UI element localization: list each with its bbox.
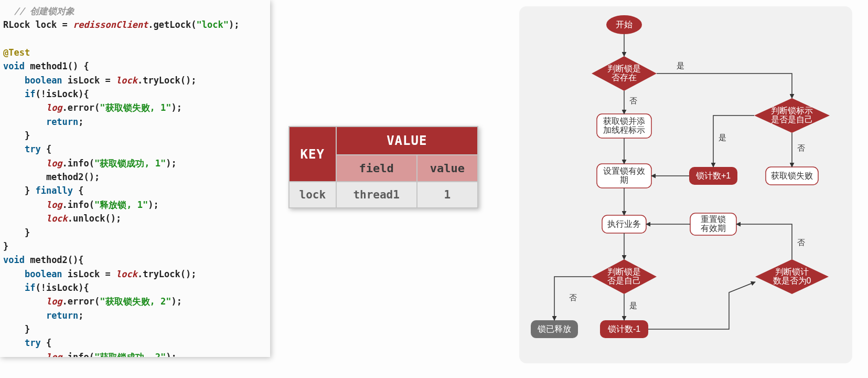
svg-text:是: 是 [677, 61, 684, 70]
svg-text:判断锁计数是否为0: 判断锁计数是否为0 [773, 267, 811, 285]
node-acquire: 获取锁并添加线程标示 [597, 114, 651, 138]
node-released: 锁已释放 [531, 320, 578, 338]
cell-key: lock [289, 182, 336, 208]
svg-text:开始: 开始 [616, 20, 633, 29]
node-incr: 锁计数+1 [689, 167, 737, 185]
cell-field: thread1 [336, 182, 417, 208]
svg-text:否: 否 [797, 238, 805, 247]
header-field: field [336, 155, 417, 182]
flowchart: 开始 判断锁是否存在 获取锁并添加线程标示 判断锁标示是否是自己 设置锁有效期 … [519, 6, 852, 363]
svg-text:否: 否 [797, 143, 805, 152]
node-biz: 执行业务 [602, 215, 646, 233]
svg-text:是: 是 [629, 301, 637, 310]
svg-text:获取锁失败: 获取锁失败 [771, 171, 813, 180]
svg-text:否: 否 [629, 96, 637, 105]
header-value: VALUE [336, 127, 478, 155]
svg-text:执行业务: 执行业务 [607, 219, 641, 228]
header-key: KEY [289, 127, 336, 182]
code-panel: // 创建锁对象 RLock lock = redissonClient.get… [0, 0, 270, 357]
node-lock-exist: 判断锁是否存在 [592, 56, 657, 91]
flowchart-svg: 开始 判断锁是否存在 获取锁并添加线程标示 判断锁标示是否是自己 设置锁有效期 … [519, 6, 852, 363]
node-reset: 重置锁有效期 [690, 213, 736, 235]
node-fail: 获取锁失败 [766, 167, 818, 185]
node-zero-check: 判断锁计数是否为0 [755, 259, 829, 294]
node-self-check: 判断锁是否是自己 [592, 259, 657, 294]
cell-value: 1 [417, 182, 478, 208]
svg-text:重置锁有效期: 重置锁有效期 [701, 215, 726, 233]
svg-text:锁已释放: 锁已释放 [537, 324, 571, 333]
svg-text:获取锁并添加线程标示: 获取锁并添加线程标示 [603, 117, 645, 134]
key-value-table: KEY VALUE field value lock thread1 1 [288, 126, 478, 208]
node-decr: 锁计数-1 [600, 320, 648, 338]
svg-text:否: 否 [569, 293, 577, 302]
svg-text:判断锁是否存在: 判断锁是否存在 [607, 64, 641, 82]
svg-text:锁计数+1: 锁计数+1 [695, 171, 731, 180]
header-sub-value: value [417, 155, 478, 182]
svg-text:锁计数-1: 锁计数-1 [607, 324, 640, 333]
node-set-ttl: 设置锁有效期 [597, 164, 651, 188]
code-block: // 创建锁对象 RLock lock = redissonClient.get… [3, 4, 270, 357]
svg-text:判断锁是否是自己: 判断锁是否是自己 [607, 267, 641, 285]
svg-text:是: 是 [719, 133, 726, 142]
node-owner-check: 判断锁标示是否是自己 [754, 98, 830, 133]
svg-text:判断锁标示是否是自己: 判断锁标示是否是自己 [771, 106, 813, 124]
